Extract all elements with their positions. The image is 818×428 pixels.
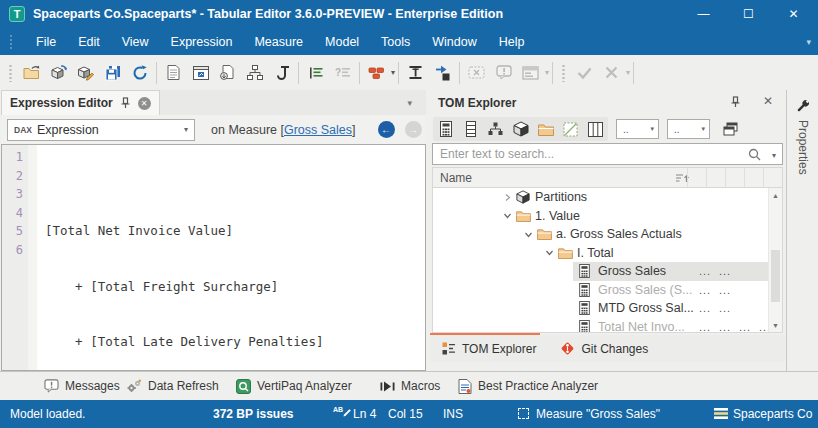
maximize-button[interactable]: ☐	[726, 0, 771, 28]
chevron-down-icon[interactable]	[499, 211, 516, 220]
chevron-down-icon[interactable]	[520, 230, 537, 239]
cancel-button[interactable]	[598, 60, 625, 86]
accept-dropdown-arrow[interactable]: ▾	[626, 68, 630, 77]
tom-explorer-header: TOM Explorer ✕	[430, 90, 785, 115]
filter-measures-button[interactable]	[433, 117, 458, 141]
tree-row-measure-gross-sales-s[interactable]: Gross Sales (S... ... ...	[433, 281, 782, 300]
filter-display-columns-button[interactable]	[583, 117, 608, 141]
perspective-filter-combo[interactable]: ..▾	[667, 119, 710, 139]
expression-type-combo[interactable]: DAX Expression ▾	[7, 119, 195, 141]
filter-partitions-button[interactable]	[508, 117, 533, 141]
edit-model-button[interactable]	[72, 60, 99, 86]
scroll-up-icon[interactable]: ▲	[769, 188, 782, 202]
object-filter-combo[interactable]: ..▾	[616, 119, 659, 139]
tab-best-practice-analyzer[interactable]: Best Practice Analyzer	[458, 372, 598, 400]
menu-item-tools[interactable]: Tools	[370, 30, 421, 54]
tab-vertipaq-analyzer[interactable]: VertiPaq Analyzer	[236, 372, 352, 400]
combo-dropdown-icon[interactable]: ▾	[184, 125, 188, 134]
chevron-down-icon[interactable]	[541, 248, 558, 257]
combo-dropdown-icon[interactable]: ▾	[650, 125, 654, 133]
filter-calc-items-button[interactable]	[558, 117, 583, 141]
menu-overflow-icon[interactable]: ▾	[806, 37, 811, 47]
pin-view-button[interactable]	[187, 60, 214, 86]
filter-folders-button[interactable]	[533, 117, 558, 141]
best-practice-issues-button[interactable]	[363, 60, 390, 86]
code-line: + [Total Freight Surcharge]	[45, 278, 425, 297]
scroll-down-icon[interactable]: ▼	[769, 318, 782, 332]
status-bar: Model loaded. 372 BP issues AB Ln 4 Col …	[0, 400, 818, 428]
bp-issues-indicator[interactable]: 372 BP issues	[213, 407, 294, 421]
new-partition-button[interactable]	[214, 60, 241, 86]
hierarchy-button[interactable]	[241, 60, 268, 86]
tree-row-measure-total-net-invoice[interactable]: Total Net Invo... ... ... ... ...	[433, 318, 782, 334]
tree-row-measure-gross-sales[interactable]: Gross Sales ... ...	[433, 262, 782, 281]
filter-hierarchies-button[interactable]	[483, 117, 508, 141]
open-file-button[interactable]	[18, 60, 45, 86]
tree-row-folder-total[interactable]: I. Total	[433, 244, 782, 263]
scrollbar-thumb[interactable]	[771, 250, 780, 302]
selected-object-indicator: Measure "Gross Sales"	[536, 407, 660, 421]
comment-lines-button[interactable]: ?	[329, 60, 356, 86]
search-icon[interactable]	[748, 148, 761, 161]
save-button[interactable]	[99, 60, 126, 86]
tom-explorer-title: TOM Explorer	[438, 96, 516, 110]
tab-messages[interactable]: Messages	[44, 372, 120, 400]
tab-expression-editor[interactable]: Expression Editor ✕	[1, 90, 160, 115]
minimize-button[interactable]: —	[681, 0, 726, 28]
tab-git-changes[interactable]: Git Changes	[548, 335, 660, 362]
cube-pencil-icon	[78, 65, 94, 81]
column-divider	[763, 168, 782, 187]
menu-item-model[interactable]: Model	[314, 30, 370, 54]
navigate-forward-button[interactable]: →	[405, 121, 422, 138]
close-button[interactable]: ✕	[771, 0, 816, 28]
options-window-button[interactable]	[517, 60, 544, 86]
menu-item-view[interactable]: View	[111, 30, 160, 54]
new-script-button[interactable]	[160, 60, 187, 86]
tree-scrollbar[interactable]: ▲ ▼	[768, 188, 782, 332]
tab-macros[interactable]: Macros	[380, 372, 440, 400]
message-bubble-button[interactable]	[490, 60, 517, 86]
close-tab-icon[interactable]: ✕	[138, 97, 151, 110]
goto-current-button[interactable]	[402, 60, 429, 86]
menu-item-measure[interactable]: Measure	[243, 30, 314, 54]
filter-columns-button[interactable]	[458, 117, 483, 141]
tab-data-refresh[interactable]: Data Refresh	[126, 372, 219, 400]
toolbar-separator	[359, 62, 360, 84]
chevron-right-icon[interactable]	[499, 193, 516, 202]
pin-icon[interactable]	[730, 96, 741, 108]
search-dropdown-icon[interactable]: ▾	[772, 151, 776, 160]
expression-editor-tabstrip: Expression Editor ✕ ▾	[1, 90, 426, 115]
watch-box-button[interactable]	[463, 60, 490, 86]
tree-row-measure-mtd-gross-sales[interactable]: MTD Gross Sal... ... ...	[433, 299, 782, 318]
close-panel-icon[interactable]: ✕	[763, 94, 773, 108]
goto-object-button[interactable]	[429, 60, 456, 86]
deploy-model-button[interactable]	[45, 60, 72, 86]
tab-tom-explorer[interactable]: TOM Explorer	[430, 335, 548, 362]
tree-column-header[interactable]: Name	[432, 167, 783, 188]
options-dropdown-arrow[interactable]: ▾	[545, 68, 549, 77]
format-dax-button[interactable]	[268, 60, 295, 86]
menu-item-expression[interactable]: Expression	[160, 30, 244, 54]
pin-icon[interactable]	[120, 97, 131, 109]
navigate-back-button[interactable]: ←	[378, 121, 395, 138]
measure-link[interactable]: Gross Sales	[284, 123, 352, 137]
menu-item-help[interactable]: Help	[488, 30, 536, 54]
tree-row-partitions[interactable]: Partitions	[433, 188, 782, 207]
tab-properties[interactable]: Properties	[796, 120, 810, 175]
dax-code-editor[interactable]: 1 2 3 4 5 6 [Total Net Invoice Value] + …	[1, 144, 426, 371]
expand-windows-button[interactable]	[718, 117, 743, 141]
combo-dropdown-icon[interactable]: ▾	[701, 125, 705, 133]
panel-menu-arrow-icon[interactable]: ▾	[407, 98, 412, 108]
tree-row-folder-value[interactable]: 1. Value	[433, 207, 782, 226]
dax-code-text[interactable]: [Total Net Invoice Value] + [Total Freig…	[37, 145, 425, 370]
menu-item-edit[interactable]: Edit	[67, 30, 111, 54]
format-lines-button[interactable]	[302, 60, 329, 86]
accept-button[interactable]	[571, 60, 598, 86]
menu-item-window[interactable]: Window	[421, 30, 487, 54]
folder-icon	[516, 210, 535, 222]
menu-item-file[interactable]: File	[25, 30, 67, 54]
search-input[interactable]	[432, 143, 783, 165]
refresh-button[interactable]	[126, 60, 153, 86]
tree-row-folder-gross-sales-actuals[interactable]: a. Gross Sales Actuals	[433, 225, 782, 244]
bricks-dropdown-arrow[interactable]: ▾	[391, 68, 395, 77]
